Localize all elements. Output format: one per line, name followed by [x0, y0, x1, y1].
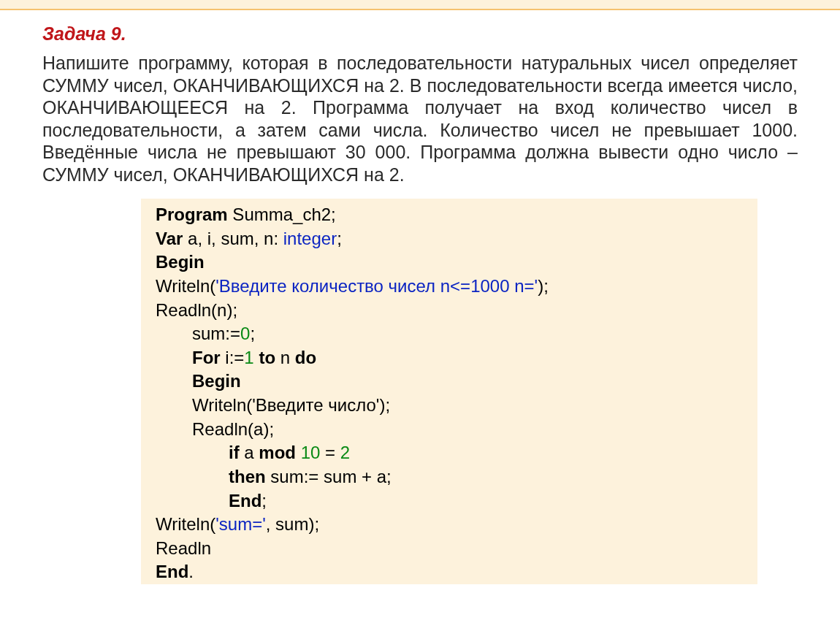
keyword-for: For	[192, 348, 221, 367]
code-line-10: Readln(a);	[156, 418, 743, 442]
code-line-12: then sum:= sum + a;	[156, 465, 743, 489]
keyword-end: End	[229, 491, 261, 510]
code-text: Readln(n);	[156, 300, 237, 320]
keyword-end: End	[156, 562, 188, 581]
keyword-mod: mod	[259, 443, 296, 462]
code-text: i:=	[221, 348, 245, 367]
type-integer: integer	[283, 229, 337, 248]
code-text: ;	[261, 491, 267, 510]
code-text: Readln	[156, 538, 211, 558]
code-text: ;	[250, 324, 255, 343]
keyword-then: then	[229, 467, 266, 486]
code-text: Summa_ch2;	[228, 204, 336, 224]
number-literal: 1	[244, 348, 253, 367]
code-line-13: End;	[156, 489, 743, 513]
number-literal: 2	[340, 443, 350, 462]
code-line-11: if a mod 10 = 2	[156, 441, 743, 465]
string-literal: 'Введите количество чисел n<=1000 n='	[215, 276, 538, 296]
number-literal: 10	[301, 443, 321, 462]
code-block: Program Summa_ch2; Var a, i, sum, n: int…	[141, 199, 757, 584]
keyword-var: Var	[156, 229, 183, 248]
code-line-2: Var a, i, sum, n: integer;	[156, 227, 743, 251]
code-line-16: End.	[156, 560, 743, 584]
keyword-if: if	[229, 443, 240, 462]
code-text: sum:=	[192, 324, 240, 343]
code-text: Readln(a);	[192, 419, 274, 439]
code-line-8: Begin	[156, 370, 743, 394]
code-line-15: Readln	[156, 537, 743, 561]
code-text: Writeln('Введите число');	[192, 395, 390, 415]
string-literal: 'sum='	[215, 514, 266, 534]
code-line-14: Writeln('sum=', sum);	[156, 513, 743, 537]
code-text: n	[275, 348, 295, 367]
code-text: =	[320, 443, 340, 462]
code-text: a	[240, 443, 259, 462]
keyword-begin: Begin	[156, 252, 205, 272]
code-text	[296, 443, 301, 462]
keyword-to: to	[259, 348, 275, 367]
task-title: Задача 9.	[42, 23, 798, 45]
code-text: Writeln(	[156, 514, 215, 534]
keyword-begin: Begin	[192, 371, 241, 391]
code-text: Writeln(	[156, 276, 215, 296]
code-line-7: For i:=1 to n do	[156, 346, 743, 370]
slide-content: Задача 9. Напишите программу, которая в …	[0, 10, 840, 584]
code-text: , sum);	[266, 514, 319, 534]
number-literal: 0	[240, 324, 250, 343]
keyword-do: do	[295, 348, 316, 367]
code-text: .	[188, 562, 194, 581]
keyword-program: Program	[156, 204, 228, 224]
code-line-5: Readln(n);	[156, 299, 743, 323]
code-text: );	[538, 276, 549, 296]
code-line-3: Begin	[156, 251, 743, 275]
code-line-9: Writeln('Введите число');	[156, 394, 743, 418]
code-text: a, i, sum, n:	[183, 229, 283, 248]
code-text: sum:= sum + a;	[266, 467, 392, 486]
slide-top-band	[0, 0, 840, 10]
task-description: Напишите программу, которая в последоват…	[42, 52, 798, 186]
code-line-4: Writeln('Введите количество чисел n<=100…	[156, 275, 743, 299]
code-line-6: sum:=0;	[156, 322, 743, 346]
code-line-1: Program Summa_ch2;	[156, 203, 743, 227]
code-text: ;	[337, 229, 342, 248]
